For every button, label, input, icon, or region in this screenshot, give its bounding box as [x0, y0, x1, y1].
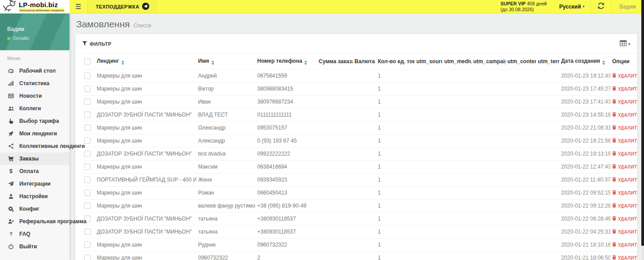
sidebar-item-7[interactable]: Заказы: [0, 152, 69, 165]
table-row: Маркеры для шинАлександр0 (93) 193 87 45…: [82, 134, 637, 147]
delete-button[interactable]: УДАЛИТЬ: [612, 203, 637, 208]
cell-utm_content: [506, 134, 536, 147]
sidebar-item-3[interactable]: Коллеги: [0, 102, 69, 115]
page-scrollbar[interactable]: [641, 0, 644, 260]
row-checkbox[interactable]: [84, 86, 91, 92]
online-status-label: Онлайн: [13, 36, 29, 41]
cell-qty: 1: [376, 251, 415, 260]
cell-currency: [353, 69, 376, 82]
logo[interactable]: LP-mobi.biz Конструктор мобильных лендин…: [0, 0, 69, 13]
sidebar-item-6[interactable]: Коллективные лендинги: [0, 140, 69, 152]
delete-button[interactable]: УДАЛИТЬ: [612, 177, 637, 182]
table-row: ДОЗАТОР ЗУБНОЇ ПАСТИ "МИНЬОН"татьяна+380…: [82, 212, 637, 225]
row-checkbox[interactable]: [84, 242, 91, 248]
sidebar-item-9[interactable]: Интеграции: [0, 178, 69, 190]
cell-utm_source: [415, 212, 442, 225]
refresh-button[interactable]: [591, 0, 611, 13]
trash-icon: [612, 99, 616, 104]
sidebar-item-10[interactable]: Настройки: [0, 190, 69, 203]
cell-created: 2020-01-21 18:06:50: [559, 251, 610, 260]
cell-created: 2020-01-22 09:12:28: [559, 199, 610, 212]
row-checkbox[interactable]: [84, 112, 91, 118]
online-status-icon: [7, 37, 11, 40]
row-checkbox[interactable]: [84, 203, 91, 209]
delete-button[interactable]: УДАЛИТЬ: [612, 164, 637, 169]
cell-landing: ДОЗАТОР ЗУБНОЇ ПАСТИ "МИНЬОН": [95, 212, 196, 225]
select-all-checkbox[interactable]: [84, 58, 91, 65]
delete-button[interactable]: УДАЛИТЬ: [612, 125, 637, 130]
hamburger-menu-icon[interactable]: ☰: [69, 0, 87, 13]
table-row: Маркеры для шинМаксим063841668412020-01-…: [82, 160, 637, 173]
cell-sum: [317, 173, 353, 186]
column-header-7: utm_medium: [442, 54, 471, 69]
delete-button[interactable]: УДАЛИТЬ: [612, 138, 637, 143]
sidebar-item-8[interactable]: $Оплата: [0, 165, 69, 178]
row-checkbox[interactable]: [84, 151, 91, 157]
delete-button[interactable]: УДАЛИТЬ: [612, 151, 637, 156]
row-checkbox[interactable]: [84, 190, 91, 196]
cell-utm_campaign: [471, 69, 506, 82]
sidebar-item-5[interactable]: Мои лендинги: [0, 127, 69, 140]
delete-button[interactable]: УДАЛИТЬ: [612, 216, 637, 221]
delete-button[interactable]: УДАЛИТЬ: [612, 255, 637, 260]
column-header-11[interactable]: Дата создания: [559, 54, 610, 69]
sidebar-item-0[interactable]: Рабочий стол: [0, 65, 69, 77]
cell-utm_medium: [442, 212, 471, 225]
delete-button[interactable]: УДАЛИТЬ: [612, 229, 637, 234]
share-icon: [7, 143, 14, 149]
sidebar-item-2[interactable]: Новости: [0, 90, 69, 102]
column-header-1[interactable]: Имя: [196, 54, 255, 69]
cell-phone: 0 (93) 193 87 45: [255, 134, 317, 147]
row-checkbox[interactable]: [84, 229, 91, 235]
cell-utm_medium: [442, 238, 471, 251]
sidebar-item-14[interactable]: Выйти: [0, 240, 69, 253]
row-checkbox[interactable]: [84, 255, 91, 260]
sidebar-item-12[interactable]: Реферальная программа: [0, 215, 69, 228]
delete-button[interactable]: УДАЛИТЬ: [612, 112, 637, 117]
filter-button[interactable]: ФИЛЬТР: [82, 41, 112, 47]
row-checkbox[interactable]: [84, 177, 91, 183]
delete-button[interactable]: УДАЛИТЬ: [612, 242, 637, 247]
topbar-username[interactable]: Вадим: [611, 0, 644, 13]
sidebar-item-11[interactable]: Конфиг: [0, 203, 69, 215]
trash-icon: [612, 138, 616, 143]
cell-utm_source: [415, 147, 442, 160]
column-header-2[interactable]: Номер телефона: [255, 54, 317, 69]
sidebar-item-4[interactable]: Выбор тарифа: [0, 115, 69, 127]
support-button[interactable]: ТЕХПОДДЕРЖКА: [87, 0, 157, 13]
cell-created: 2020-01-22 06:28:49: [559, 212, 610, 225]
delete-button[interactable]: УДАЛИТЬ: [612, 73, 637, 78]
sidebar: Вадим Онлайн Меню Рабочий столСтатистика…: [0, 13, 69, 260]
cell-utm_medium: [442, 95, 471, 108]
cell-name: 0960732322: [196, 251, 255, 260]
cell-utm_campaign: [471, 238, 506, 251]
sidebar-item-1[interactable]: Статистика: [0, 77, 69, 90]
cell-qty: 1: [376, 95, 415, 108]
sidebar-user-name: Вадим: [7, 26, 29, 32]
row-checkbox[interactable]: [84, 125, 91, 131]
scrollbar-thumb[interactable]: [641, 0, 644, 246]
language-label: Русский: [559, 4, 581, 10]
trash-icon: [612, 242, 616, 247]
delete-button[interactable]: УДАЛИТЬ: [612, 99, 637, 104]
row-checkbox[interactable]: [84, 164, 91, 170]
cell-utm_source: [415, 251, 442, 260]
trash-icon: [612, 203, 616, 208]
cell-currency: [353, 212, 376, 225]
cell-utm_content: [506, 225, 536, 238]
table-row: ДОЗАТОР ЗУБНОЇ ПАСТИ "МИНЬОН"татьяна+380…: [82, 225, 637, 238]
row-checkbox[interactable]: [84, 138, 91, 144]
row-checkbox[interactable]: [84, 73, 91, 79]
cell-utm_source: [415, 134, 442, 147]
delete-button[interactable]: УДАЛИТЬ: [612, 190, 637, 195]
row-checkbox[interactable]: [84, 99, 91, 105]
columns-toggle-button[interactable]: ▾: [620, 40, 630, 48]
sidebar-item-13[interactable]: ?FAQ: [0, 228, 69, 240]
filter-label: ФИЛЬТР: [90, 41, 112, 47]
cell-currency: [353, 134, 376, 147]
cell-currency: [353, 225, 376, 238]
user-plus-icon: [7, 218, 14, 225]
column-header-0[interactable]: Лендинг: [95, 54, 196, 69]
language-selector[interactable]: Русский ▾: [553, 0, 591, 13]
delete-button[interactable]: УДАЛИТЬ: [612, 86, 637, 91]
